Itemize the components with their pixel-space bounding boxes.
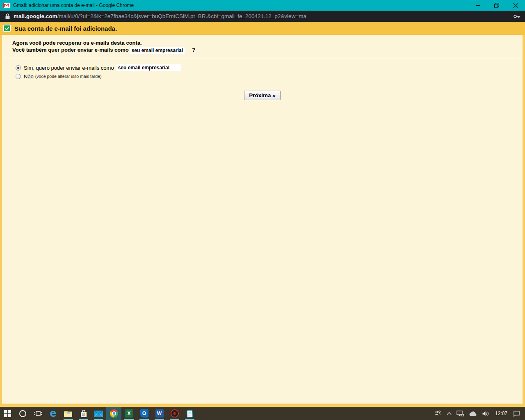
outlook-icon: O	[140, 409, 148, 418]
gmail-favicon-icon	[3, 3, 10, 8]
chrome-button[interactable]	[106, 407, 121, 420]
recorder-icon: ⚙	[171, 409, 179, 418]
mail-icon	[94, 411, 103, 417]
speaker-icon	[482, 411, 489, 417]
file-explorer-button[interactable]	[61, 407, 76, 420]
clock[interactable]: 12:07	[492, 411, 511, 416]
banner-title: Sua conta de e-mail foi adicionada.	[14, 25, 117, 32]
email-placeholder-box: seu email empresarial	[130, 47, 185, 54]
excel-icon: X	[125, 409, 133, 418]
question-text: Você também quer poder enviar e-mails co…	[2, 46, 523, 54]
chrome-icon	[110, 409, 118, 418]
option-no-row[interactable]: Não (você pode alterar isso mais tarde)	[16, 72, 523, 81]
radio-no[interactable]	[16, 74, 21, 79]
success-check-icon	[3, 25, 11, 32]
onedrive-button[interactable]	[466, 407, 479, 420]
people-button[interactable]	[432, 407, 444, 420]
password-key-icon[interactable]	[514, 14, 520, 18]
url-text[interactable]: mail.google.com/mail/u/0/?ui=2&ik=2e7fba…	[14, 13, 514, 19]
recorder-app-button[interactable]: ⚙	[167, 407, 182, 420]
lock-icon[interactable]	[5, 14, 10, 19]
gmail-page: Sua conta de e-mail foi adicionada. Agor…	[0, 22, 525, 407]
word-icon: W	[155, 409, 164, 418]
action-center-button[interactable]	[511, 407, 523, 420]
option-yes-row[interactable]: Sim, quero poder enviar e-mails como seu…	[16, 64, 523, 72]
option-yes-label[interactable]: Sim, quero poder enviar e-mails como	[24, 65, 114, 71]
mail-button[interactable]	[91, 407, 106, 420]
word-button[interactable]: W	[152, 407, 167, 420]
window-title: Gmail: adicionar uma conta de e-mail - G…	[13, 2, 468, 8]
question-prefix: Você também quer poder enviar e-mails co…	[12, 47, 129, 53]
page-content: Agora você pode recuperar os e-mails des…	[2, 35, 523, 404]
divider	[4, 58, 521, 58]
intro-text: Agora você pode recuperar os e-mails des…	[2, 35, 523, 46]
close-button[interactable]	[506, 0, 525, 11]
volume-button[interactable]	[479, 407, 492, 420]
system-tray: 12:07	[432, 407, 525, 420]
window-titlebar: Gmail: adicionar uma conta de e-mail - G…	[0, 0, 525, 11]
excel-button[interactable]: X	[121, 407, 137, 420]
cloud-icon	[469, 411, 477, 416]
hidden-icons-button[interactable]	[444, 407, 454, 420]
network-button[interactable]	[454, 407, 466, 420]
notepad-button[interactable]	[182, 407, 197, 420]
cortana-button[interactable]	[15, 407, 30, 420]
notepad-icon	[186, 409, 193, 418]
address-bar[interactable]: mail.google.com/mail/u/0/?ui=2&ik=2e7fba…	[0, 11, 525, 22]
radio-yes[interactable]	[16, 65, 21, 71]
restore-button[interactable]	[487, 0, 506, 11]
task-view-button[interactable]	[30, 407, 46, 420]
url-path: /mail/u/0/?ui=2&ik=2e7fbae34c&jsver=buQb…	[57, 13, 307, 19]
taskbar: e	[0, 407, 525, 420]
action-center-icon	[513, 411, 520, 417]
email-placeholder-box-2: seu email empresarial	[116, 64, 181, 71]
cortana-icon	[19, 410, 26, 417]
start-button[interactable]	[0, 407, 15, 420]
windows-logo-icon	[4, 410, 11, 417]
task-view-icon	[34, 410, 42, 417]
option-no-note: (você pode alterar isso mais tarde)	[35, 74, 102, 79]
minimize-button[interactable]	[468, 0, 487, 11]
chevron-up-icon	[447, 412, 452, 415]
edge-button[interactable]: e	[46, 407, 61, 420]
store-icon	[80, 410, 87, 418]
edge-icon: e	[50, 409, 56, 418]
file-explorer-icon	[64, 410, 73, 417]
network-icon	[457, 411, 464, 417]
option-no-label[interactable]: Não	[24, 73, 34, 80]
outlook-button[interactable]: O	[137, 407, 152, 420]
url-domain: mail.google.com	[14, 13, 57, 19]
people-icon	[434, 410, 442, 417]
next-button[interactable]: Próxima »	[244, 91, 281, 100]
store-button[interactable]	[76, 407, 91, 420]
success-banner: Sua conta de e-mail foi adicionada.	[0, 22, 525, 35]
question-suffix: ?	[192, 47, 195, 53]
send-as-options: Sim, quero poder enviar e-mails como seu…	[16, 64, 523, 81]
